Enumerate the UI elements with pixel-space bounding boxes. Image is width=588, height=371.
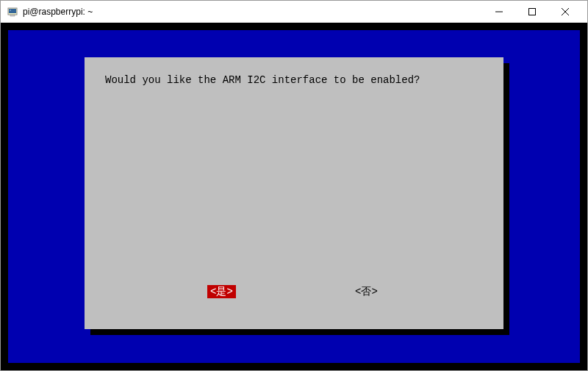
titlebar-controls [482, 1, 581, 22]
svg-rect-1 [9, 9, 16, 13]
svg-rect-3 [10, 15, 15, 16]
titlebar: pi@raspberrypi: ~ [1, 1, 587, 23]
dialog-message: Would you like the ARM I2C interface to … [105, 73, 483, 285]
putty-window: pi@raspberrypi: ~ Would you like the ARM… [0, 0, 588, 371]
terminal-background: Would you like the ARM I2C interface to … [8, 30, 580, 363]
no-button[interactable]: <否> [352, 285, 381, 298]
raspi-config-dialog: Would you like the ARM I2C interface to … [85, 57, 503, 329]
putty-icon [7, 6, 18, 18]
dialog-wrapper: Would you like the ARM I2C interface to … [85, 57, 503, 329]
window-title: pi@raspberrypi: ~ [23, 7, 482, 17]
dialog-button-row: <是> <否> [105, 285, 483, 313]
minimize-button[interactable] [482, 1, 515, 22]
terminal-area: Would you like the ARM I2C interface to … [1, 23, 587, 370]
close-button[interactable] [548, 1, 581, 22]
yes-button[interactable]: <是> [207, 285, 236, 298]
svg-rect-5 [528, 8, 535, 15]
maximize-button[interactable] [515, 1, 548, 22]
